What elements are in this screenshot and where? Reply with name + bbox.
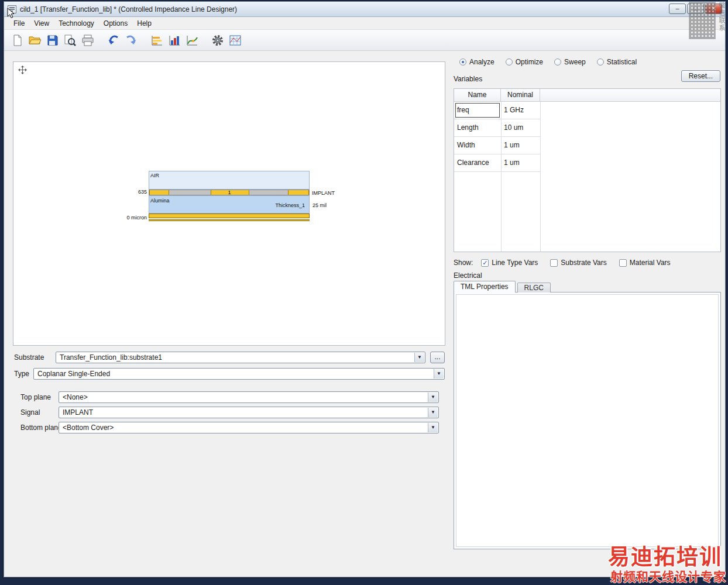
type-value: Coplanar Single-Ended xyxy=(37,370,110,378)
thickness-name-label: Thickness_1 xyxy=(263,202,305,208)
cell-length-nominal[interactable]: 10 um xyxy=(501,119,540,136)
toolbar xyxy=(4,30,725,51)
new-file-icon xyxy=(12,35,23,46)
baseline-label: 0 micron xyxy=(122,215,147,221)
minimize-button[interactable]: – xyxy=(669,4,686,14)
title-bar[interactable]: cild_1 [Transfer_Function_lib] * (Contro… xyxy=(4,2,725,17)
hbar-chart-icon xyxy=(150,35,163,46)
print-icon xyxy=(81,35,94,46)
trace-number-label: 1 xyxy=(210,190,249,195)
cell-freq-nominal[interactable]: 1 GHz xyxy=(501,102,540,119)
menu-view[interactable]: View xyxy=(29,18,54,29)
chevron-down-icon: ▼ xyxy=(428,408,438,417)
checkbox-line-type-vars[interactable]: ✓Line Type Vars xyxy=(481,259,538,267)
grid-plot-button[interactable] xyxy=(226,32,244,49)
air-region xyxy=(149,171,310,190)
radio-statistical[interactable]: Statistical xyxy=(597,58,637,66)
radio-dot-icon xyxy=(554,58,561,66)
checkbox-icon: ✓ xyxy=(481,259,489,267)
signal-combo[interactable]: IMPLANT ▼ xyxy=(59,407,439,418)
tab-tml-properties[interactable]: TML Properties xyxy=(454,281,516,292)
conductor-segment-left xyxy=(149,190,169,195)
chevron-down-icon: ▼ xyxy=(428,393,438,402)
move-cursor-icon xyxy=(18,66,27,74)
redo-icon xyxy=(125,34,138,47)
radio-optimize[interactable]: Optimize xyxy=(506,58,543,66)
gear-button[interactable] xyxy=(209,32,226,49)
find-zoom-icon xyxy=(64,35,77,46)
radio-statistical-label: Statistical xyxy=(607,58,637,66)
tagline-watermark: 射频和天线设计专家 xyxy=(610,567,726,584)
radio-optimize-label: Optimize xyxy=(516,58,543,66)
redo-button[interactable] xyxy=(122,32,140,49)
cell-width-name[interactable]: Width xyxy=(454,137,501,154)
new-file-button[interactable] xyxy=(9,32,26,49)
substrate-browse-button[interactable]: ... xyxy=(430,352,445,363)
checkbox-icon xyxy=(619,259,627,267)
menu-options[interactable]: Options xyxy=(99,18,132,29)
main-content: AIR 1 635 IMPLANT Alumina Thickness_1 25… xyxy=(4,51,725,577)
stat-chart-button[interactable] xyxy=(166,32,183,49)
qr-code-watermark: 微信联系 xyxy=(689,2,726,45)
menu-file[interactable]: File xyxy=(9,18,29,29)
substrate-label: Substrate xyxy=(14,353,44,362)
save-button[interactable] xyxy=(44,32,61,49)
radio-sweep[interactable]: Sweep xyxy=(554,58,586,66)
qr-code-icon xyxy=(689,2,716,39)
tab-rlgc[interactable]: RLGC xyxy=(517,283,551,292)
open-folder-icon xyxy=(29,35,42,46)
ground-plane xyxy=(149,214,310,218)
cell-length-name[interactable]: Length xyxy=(454,119,501,136)
signal-layer-label: IMPLANT xyxy=(312,190,335,196)
cell-clearance-nominal[interactable]: 1 um xyxy=(501,154,540,171)
cross-section-canvas[interactable]: AIR 1 635 IMPLANT Alumina Thickness_1 25… xyxy=(13,61,445,346)
cell-width-nominal[interactable]: 1 um xyxy=(501,137,540,154)
table-row: Length 10 um xyxy=(454,119,541,137)
cell-freq-name[interactable]: freq xyxy=(454,102,501,119)
save-icon xyxy=(47,35,59,46)
chevron-down-icon: ▼ xyxy=(434,369,444,378)
radio-analyze-label: Analyze xyxy=(469,58,495,66)
bottom-plane-combo[interactable]: <Bottom Cover> ▼ xyxy=(59,422,439,433)
undo-icon xyxy=(107,34,120,47)
table-row: freq 1 GHz xyxy=(454,102,541,119)
mouse-cursor xyxy=(7,8,15,19)
grid-plot-icon xyxy=(229,35,242,46)
signal-label: Signal xyxy=(20,408,40,417)
window-title: cild_1 [Transfer_Function_lib] * (Contro… xyxy=(20,5,237,13)
curve-chart-button[interactable] xyxy=(183,32,201,49)
checkbox-material-vars[interactable]: Material Vars xyxy=(619,259,671,267)
table-row: Clearance 1 um xyxy=(454,154,541,172)
stat-chart-icon xyxy=(168,35,181,46)
hbar-chart-button[interactable] xyxy=(148,32,166,49)
type-combo[interactable]: Coplanar Single-Ended ▼ xyxy=(33,368,445,380)
cell-clearance-name[interactable]: Clearance xyxy=(454,154,501,171)
substrate-value: Transfer_Function_lib:substrate1 xyxy=(60,353,162,362)
undo-button[interactable] xyxy=(105,32,122,49)
column-header-nominal[interactable]: Nominal xyxy=(501,89,540,101)
substrate-combo[interactable]: Transfer_Function_lib:substrate1 ▼ xyxy=(56,352,425,363)
radio-dot-icon xyxy=(597,58,604,66)
print-button[interactable] xyxy=(79,32,97,49)
air-label: AIR xyxy=(150,173,159,178)
checkbox-substrate-vars[interactable]: Substrate Vars xyxy=(550,259,606,267)
find-zoom-button[interactable] xyxy=(61,32,79,49)
bottom-plane-value: <Bottom Cover> xyxy=(63,424,114,432)
ground-plane-lower xyxy=(149,219,310,221)
open-folder-button[interactable] xyxy=(26,32,44,49)
bottom-plane-label: Bottom plane xyxy=(20,424,62,432)
radio-analyze[interactable]: Analyze xyxy=(459,58,495,66)
chevron-down-icon: ▼ xyxy=(414,353,424,362)
curve-chart-icon xyxy=(186,35,198,46)
menu-bar: File View Technology Options Help xyxy=(4,17,725,30)
column-header-name[interactable]: Name xyxy=(454,89,501,101)
top-plane-label: Top plane xyxy=(20,393,51,401)
tml-properties-panel xyxy=(454,292,721,549)
menu-help[interactable]: Help xyxy=(132,18,156,29)
menu-technology[interactable]: Technology xyxy=(54,18,99,29)
reset-button[interactable]: Reset... xyxy=(681,70,720,82)
analysis-panel: Analyze Optimize Sweep Statistical Varia… xyxy=(454,51,721,577)
top-plane-value: <None> xyxy=(63,393,88,401)
top-plane-combo[interactable]: <None> ▼ xyxy=(59,391,439,403)
qr-caption: 微信联系 xyxy=(717,2,726,45)
